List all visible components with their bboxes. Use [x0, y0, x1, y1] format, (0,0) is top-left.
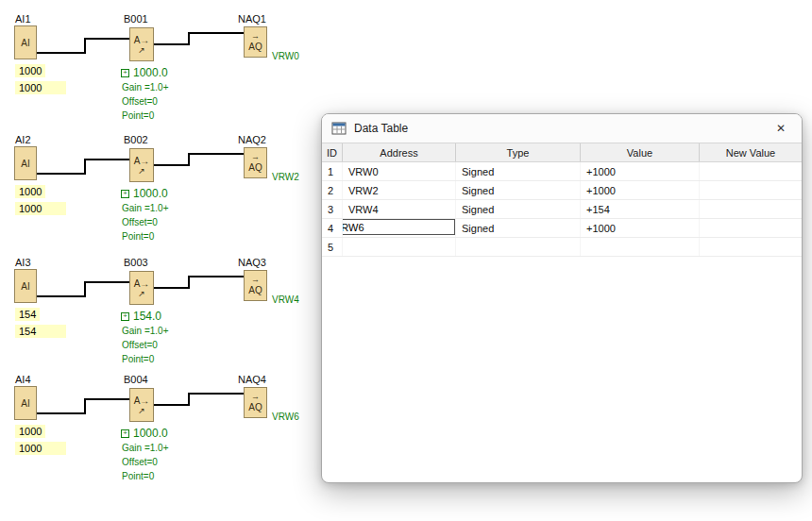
analog-input-block[interactable]: AI: [14, 386, 37, 420]
monitor-value: 1000: [15, 202, 66, 215]
app-canvas: AI1 B001 NAQ1 AI A→ ↗ → AQ VRW0 1000 100…: [0, 0, 812, 521]
parameter-value: + 1000.0: [121, 427, 168, 440]
data-table-icon: [331, 121, 347, 136]
analog-output-block[interactable]: → AQ: [244, 147, 267, 178]
offset-label: Offset=0: [122, 217, 158, 227]
column-header-address[interactable]: Address: [343, 143, 456, 161]
fbd-row: AI2 B002 NAQ2 AI A→ ↗ → AQ VRW2 1000 100…: [0, 134, 316, 257]
cell-new-value: [700, 219, 802, 237]
input-block-name: AI4: [15, 374, 31, 385]
table-row[interactable]: 1 VRW0 Signed +1000: [322, 162, 802, 181]
close-button[interactable]: ✕: [760, 114, 802, 143]
amplifier-symbol-icon: ↗: [138, 167, 145, 176]
wire-connections: [0, 13, 316, 70]
analog-input-block[interactable]: AI: [14, 269, 37, 303]
wire-connections: [0, 374, 316, 430]
gain-label: Gain =1.0+: [122, 443, 168, 453]
param-display: 154.0: [133, 310, 161, 323]
param-expand-icon: +: [121, 69, 129, 77]
amplifier-block[interactable]: A→ ↗: [129, 388, 154, 422]
column-header-id[interactable]: ID: [322, 143, 343, 161]
fbd-row: AI4 B004 NAQ4 AI A→ ↗ → AQ VRW6 1000 100…: [0, 374, 316, 496]
output-block-name: NAQ4: [238, 374, 266, 385]
input-block-name: AI2: [15, 134, 31, 145]
vm-address-label: VRW0: [272, 51, 299, 61]
window-titlebar[interactable]: Data Table ✕: [322, 114, 802, 143]
amplifier-glyph: A→: [134, 156, 150, 166]
fbd-row: AI1 B001 NAQ1 AI A→ ↗ → AQ VRW0 1000 100…: [0, 13, 316, 136]
amplifier-block-name: B001: [124, 13, 148, 25]
ai-block-label: AI: [21, 159, 29, 169]
input-block-name: AI3: [15, 257, 31, 268]
amplifier-block-name: B004: [124, 374, 148, 385]
amplifier-block[interactable]: A→ ↗: [129, 148, 154, 182]
table-row[interactable]: 4 Signed +1000: [322, 219, 802, 238]
output-block-name: NAQ3: [238, 257, 266, 268]
monitor-value: 1000: [15, 442, 66, 455]
cell-type: Signed: [456, 219, 581, 237]
cell-id: 3: [322, 200, 343, 218]
point-label: Point=0: [122, 471, 154, 481]
monitor-value: 1000: [15, 425, 45, 438]
wire-connections: [0, 134, 316, 191]
offset-label: Offset=0: [122, 96, 158, 107]
analog-output-block[interactable]: → AQ: [244, 270, 267, 301]
cell-id: 2: [322, 181, 343, 199]
amplifier-symbol-icon: ↗: [138, 407, 145, 415]
parameter-value: + 154.0: [121, 310, 161, 323]
table-header: ID Address Type Value New Value: [322, 143, 802, 162]
column-header-new-value[interactable]: New Value: [700, 143, 802, 161]
amplifier-glyph: A→: [134, 395, 150, 406]
param-display: 1000.0: [133, 187, 168, 200]
cell-new-value: [700, 181, 802, 199]
aq-block-label: AQ: [248, 402, 262, 412]
parameter-value: + 1000.0: [121, 187, 168, 200]
table-row[interactable]: 2 VRW2 Signed +1000: [322, 181, 802, 200]
cell-address: [343, 238, 456, 256]
cell-id: 1: [322, 162, 343, 180]
param-display: 1000.0: [133, 66, 168, 79]
output-arrow-icon: →: [251, 276, 260, 284]
analog-output-block[interactable]: → AQ: [244, 26, 267, 58]
param-expand-icon: +: [121, 429, 129, 438]
aq-block-label: AQ: [248, 285, 262, 295]
address-edit-input[interactable]: [343, 219, 455, 235]
amplifier-block[interactable]: A→ ↗: [129, 27, 154, 61]
amplifier-symbol-icon: ↗: [138, 290, 145, 298]
close-icon: ✕: [776, 122, 786, 135]
param-expand-icon: +: [121, 312, 129, 321]
amplifier-symbol-icon: ↗: [138, 46, 145, 55]
amplifier-glyph: A→: [134, 35, 150, 45]
output-arrow-icon: →: [251, 153, 260, 161]
analog-input-block[interactable]: AI: [14, 146, 37, 180]
vm-address-label: VRW4: [272, 294, 299, 305]
cell-new-value: [700, 162, 802, 180]
amplifier-block[interactable]: A→ ↗: [129, 271, 154, 305]
offset-label: Offset=0: [122, 340, 158, 350]
cell-type: Signed: [456, 181, 581, 199]
analog-output-block[interactable]: → AQ: [244, 387, 267, 418]
analog-input-block[interactable]: AI: [14, 25, 37, 59]
point-label: Point=0: [122, 110, 154, 121]
output-block-name: NAQ1: [238, 13, 266, 25]
vm-address-label: VRW2: [272, 172, 299, 182]
cell-value: +1000: [581, 219, 700, 237]
column-header-type[interactable]: Type: [456, 143, 581, 161]
table-row[interactable]: 3 VRW4 Signed +154: [322, 200, 802, 219]
cell-value: [581, 238, 700, 256]
offset-label: Offset=0: [122, 457, 158, 467]
cell-address: [343, 219, 456, 237]
point-label: Point=0: [122, 231, 154, 242]
cell-type: Signed: [456, 162, 581, 180]
column-header-value[interactable]: Value: [581, 143, 700, 161]
table-row[interactable]: 5: [322, 238, 802, 257]
amplifier-block-name: B003: [124, 257, 148, 268]
amplifier-glyph: A→: [134, 278, 150, 289]
cell-address: VRW0: [343, 162, 456, 180]
ai-block-label: AI: [21, 398, 29, 409]
cell-address: VRW4: [343, 200, 456, 218]
input-block-name: AI1: [15, 13, 31, 25]
parameter-value: + 1000.0: [121, 66, 168, 79]
ai-block-label: AI: [21, 281, 29, 292]
cell-type: Signed: [456, 200, 581, 218]
